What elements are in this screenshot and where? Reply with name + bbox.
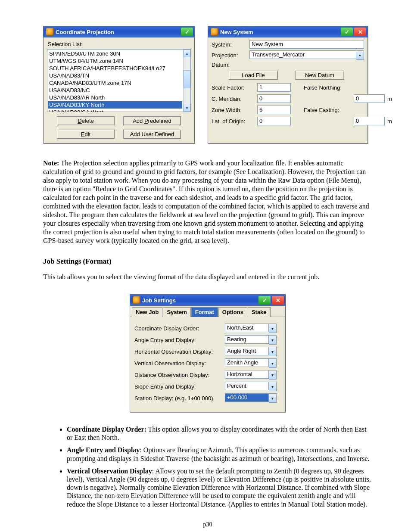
chevron-down-icon: ▾ [271, 373, 274, 377]
new-datum-button[interactable]: New Datum [295, 71, 344, 80]
check-icon: ✓ [185, 29, 190, 35]
false-easting-input[interactable]: 0 [354, 117, 385, 125]
tab-system[interactable]: System [163, 307, 190, 317]
list-item[interactable]: USA/NAD83/AR North [48, 94, 182, 101]
add-user-defined-button[interactable]: Add User Defined [123, 130, 181, 139]
scrollbar[interactable]: ▲ ▼ [183, 50, 190, 112]
list-item[interactable]: SOUTH AFRICA/HARTEBEESTHOEK94/Lo27 [48, 65, 182, 72]
projection-label: Projection: [212, 52, 249, 59]
bullet-item: Angle Entry and Display: Options are Bea… [67, 446, 372, 462]
vert-value: Zenith Angle [225, 358, 269, 367]
scroll-thumb[interactable] [184, 70, 190, 88]
station-select[interactable]: +00.000▾ [225, 393, 277, 403]
scroll-down-button[interactable]: ▼ [184, 104, 190, 112]
load-file-button[interactable]: Load File [229, 71, 278, 80]
section-heading: Job Settings (Format) [43, 257, 372, 266]
chevron-down-icon: ▾ [359, 53, 361, 58]
close-button[interactable]: ✕ [354, 28, 366, 36]
zone-width-input[interactable]: 6 [257, 106, 291, 114]
c-meridian-input[interactable]: 0 [257, 94, 291, 103]
unit-m: m [387, 118, 394, 124]
addpre-underline: P [144, 118, 148, 124]
delete-button[interactable]: Delete [57, 116, 115, 125]
window-title: Job Settings [142, 297, 176, 304]
selection-list[interactable]: SPAIN/ED50/UTM zone 30NUTM/WGS 84/UTM zo… [47, 49, 191, 112]
bullet-list: Coordinate Display Order: This option al… [43, 425, 372, 508]
titlebar[interactable]: New System ✓ ✕ [208, 26, 367, 37]
horiz-value: Angle Right [225, 347, 269, 355]
ok-button[interactable]: ✓ [258, 296, 271, 305]
station-label: Station Display: (e.g. 1+00.000) [134, 395, 225, 401]
titlebar[interactable]: Coordinate Projection ✓ [44, 26, 194, 37]
ok-button[interactable]: ✓ [341, 28, 353, 36]
window-title: New System [220, 29, 253, 35]
list-item[interactable]: USA/NAD83/KY North [48, 101, 182, 109]
coordinate-projection-window: Coordinate Projection ✓ Selection List: … [43, 26, 195, 143]
dist-select[interactable]: Horizontal▾ [225, 370, 277, 380]
bullet-bold: Angle Entry and Display [67, 446, 140, 454]
dropdown-icon[interactable]: ▾ [269, 382, 277, 391]
tab-stake[interactable]: Stake [248, 307, 271, 317]
projection-select[interactable]: Transverse_Mercator ▾ [249, 50, 364, 60]
false-northing-input[interactable]: 0 [354, 94, 385, 103]
scale-factor-input[interactable]: 1 [257, 83, 291, 92]
list-item[interactable]: USA/NAD83/TN [48, 72, 182, 79]
close-button[interactable]: ✕ [272, 296, 284, 305]
dist-label: Distance Observation Display: [134, 372, 225, 378]
window-title: Coordinate Projection [56, 29, 114, 35]
new-datum-label: New Datum [305, 72, 334, 78]
app-icon [133, 296, 140, 304]
load-file-label: Load File [242, 72, 265, 78]
scroll-track[interactable] [184, 57, 190, 104]
bullet-item: Vertical Observation Display: Allows you… [67, 467, 372, 508]
slope-label: Slope Entry and Display: [134, 383, 225, 390]
scroll-up-button[interactable]: ▲ [184, 50, 190, 57]
ok-button[interactable]: ✓ [181, 28, 193, 36]
selection-list-label: Selection List: [48, 41, 191, 47]
addpre-post: redefined [148, 118, 171, 124]
horiz-label: Horizontal Observation Display: [134, 348, 225, 355]
false-easting-label: False Easting: [304, 107, 351, 113]
delete-post: elete [82, 118, 94, 124]
chevron-down-icon: ▼ [185, 106, 189, 110]
angle-select[interactable]: Bearing▾ [225, 335, 277, 345]
chevron-down-icon: ▾ [271, 349, 274, 354]
edit-button[interactable]: Edit [57, 130, 115, 139]
dropdown-icon[interactable]: ▾ [356, 50, 364, 60]
dropdown-icon[interactable]: ▾ [269, 347, 277, 356]
dropdown-icon[interactable]: ▾ [269, 324, 277, 333]
note-text: The Projection selection applies primari… [43, 159, 369, 244]
dropdown-icon[interactable]: ▾ [269, 370, 277, 380]
horiz-select[interactable]: Angle Right▾ [225, 347, 277, 356]
tab-new-job[interactable]: New Job [132, 307, 162, 317]
slope-select[interactable]: Percent▾ [225, 382, 277, 391]
add-predefined-button[interactable]: Add Predefined [123, 116, 181, 125]
list-item[interactable]: USA/NAD83/NC [48, 87, 182, 94]
list-item[interactable]: USA/NAD83/CA West [48, 109, 182, 112]
check-icon: ✓ [345, 29, 349, 35]
chevron-down-icon: ▾ [271, 361, 274, 366]
dropdown-icon[interactable]: ▾ [269, 335, 277, 345]
check-icon: ✓ [262, 297, 267, 304]
slope-value: Percent [225, 382, 269, 390]
tab-bar: New Job System Format Options Stake [130, 306, 285, 317]
dist-value: Horizontal [225, 370, 269, 379]
tab-options[interactable]: Options [218, 307, 247, 317]
list-item[interactable]: CANADA/NAD83/UTM zone 17N [48, 79, 182, 87]
system-input[interactable]: New System [249, 40, 364, 49]
vert-select[interactable]: Zenith Angle▾ [225, 358, 277, 368]
chevron-up-icon: ▲ [185, 51, 189, 56]
list-item[interactable]: SPAIN/ED50/UTM zone 30N [48, 50, 182, 57]
app-icon [211, 28, 218, 36]
tab-format[interactable]: Format [191, 307, 218, 317]
coord-order-value: North,East [225, 324, 269, 332]
titlebar[interactable]: Job Settings ✓ ✕ [130, 295, 285, 306]
lat-origin-input[interactable]: 0 [257, 117, 291, 125]
coord-order-select[interactable]: North,East▾ [225, 324, 277, 333]
station-value: +00.000 [225, 393, 269, 402]
dropdown-icon[interactable]: ▾ [269, 358, 277, 368]
note-bold: Note: [43, 159, 59, 167]
chevron-down-icon: ▾ [271, 326, 274, 331]
list-item[interactable]: UTM/WGS 84/UTM zone 14N [48, 57, 182, 65]
dropdown-icon[interactable]: ▾ [269, 393, 277, 403]
